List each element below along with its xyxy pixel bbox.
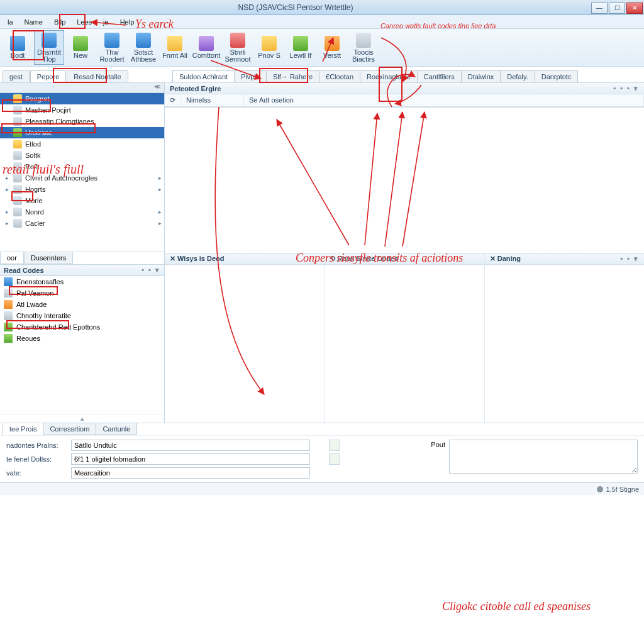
- section-menu-icon[interactable]: • • • ▾: [613, 84, 639, 92]
- minimize-button[interactable]: —: [591, 3, 608, 14]
- tree-node-morie[interactable]: Morie: [0, 195, 164, 206]
- form-input-2[interactable]: [71, 453, 310, 465]
- tree-label: Clvnit of Autctnocrogles: [25, 174, 97, 182]
- grid-col-2[interactable]: Se Adt osetion: [244, 94, 644, 106]
- code-item-chnothy-interatite[interactable]: Chnothy Interatite: [0, 310, 164, 321]
- code-item-atl-lwade[interactable]: Atl Lwade: [0, 299, 164, 310]
- tree-node-mashen-pocjirt[interactable]: Mashen Pocjirt: [0, 104, 164, 116]
- menu-name[interactable]: Name: [19, 17, 48, 27]
- expand-icon[interactable]: ▸: [4, 175, 10, 181]
- code-item-enenstonsafles[interactable]: Enenstonsafles: [0, 276, 164, 287]
- bottom-panels: ✕ Wisys is Deod ⟲ Read Sinite Codes ✕ Da…: [165, 253, 644, 423]
- tree-node-cacler[interactable]: ▸Cacler▸: [0, 218, 164, 229]
- tree-label: Mashen Pocjirt: [25, 106, 71, 114]
- tree-node-nonrd[interactable]: ▸Nonrd▸: [0, 206, 164, 218]
- tree-icon: [13, 219, 22, 228]
- toolbar: BodtDnsrntit TlopNewThw RoodertSotsct At…: [0, 29, 644, 67]
- tree-node-paogret[interactable]: Paogret: [0, 93, 164, 104]
- tree-node-etlod[interactable]: Etlod: [0, 138, 164, 150]
- code-item-reoues[interactable]: Reoues: [0, 333, 164, 344]
- toolbar-sotsct-athbese[interactable]: Sotsct Athbese: [128, 30, 158, 65]
- content-tab-defaly-[interactable]: Defaly.: [500, 70, 535, 82]
- content-tab-suldon-achlrant[interactable]: Suldon Achlrant: [172, 70, 235, 82]
- left-tab-pepore[interactable]: Pepore: [30, 70, 66, 82]
- content-tab-danrptotc[interactable]: Danrptotc: [535, 70, 579, 82]
- tree-node-clvnit-of-autctnocrogles[interactable]: ▸Clvnit of Autctnocrogles▸: [0, 172, 164, 184]
- toolbar-label: Verstt: [323, 52, 341, 59]
- panel1-body[interactable]: [165, 265, 324, 423]
- tree-node-unsirsae[interactable]: Unsirsae: [0, 127, 164, 138]
- toolbar-lewtl-if[interactable]: Lewtl If: [286, 30, 316, 65]
- anno-text-5: Cligokc citoble call ed speanises: [442, 600, 591, 613]
- content-tab-roexinaglagle[interactable]: Roexinaglagle: [360, 70, 418, 82]
- tree-label: Hogrts: [25, 186, 45, 193]
- toolbar-pnov-s[interactable]: Pnov S: [254, 30, 284, 65]
- tree-icon: [13, 117, 22, 126]
- maximize-button[interactable]: ☐: [609, 3, 625, 14]
- expand-icon[interactable]: ▸: [4, 220, 10, 226]
- content-tab--clootan[interactable]: €Clootan: [319, 70, 360, 82]
- menu-bilp[interactable]: Bilp: [49, 17, 70, 27]
- menu-la[interactable]: la: [3, 17, 18, 27]
- panel3-menu-icon[interactable]: • • ▾: [620, 255, 639, 263]
- submenu-arrow-icon: ▸: [158, 220, 162, 226]
- toolbar-stnrli-sennoot[interactable]: Stnrli Sennoot: [223, 30, 253, 65]
- close-button[interactable]: ✕: [626, 3, 643, 14]
- tree-node-reis[interactable]: Reis: [0, 161, 164, 172]
- panel-read-codes: ⟲ Read Sinite Codes: [325, 253, 484, 423]
- bottom-tab-tee-prois[interactable]: tee Prois: [3, 423, 43, 435]
- code-label: Charitderehd Red Epottons: [16, 323, 100, 331]
- toolbar-dnsrntit-tlop[interactable]: Dnsrntit Tlop: [34, 30, 64, 65]
- toolbar-thw-roodert[interactable]: Thw Roodert: [97, 30, 127, 65]
- menu-lees[interactable]: Lees: [72, 17, 97, 27]
- toolbar-verstt[interactable]: Verstt: [317, 30, 347, 65]
- side-tab-dusennters[interactable]: Dusennters: [24, 252, 73, 264]
- tree-collapse-toggle[interactable]: ≪: [0, 83, 164, 93]
- form-textarea[interactable]: [449, 440, 638, 474]
- expand-icon[interactable]: ▸: [4, 209, 10, 215]
- form-input-1[interactable]: [71, 440, 310, 451]
- left-tab-resad-nootalle[interactable]: Resad Nootalle: [67, 70, 128, 82]
- code-item-pal-veamon[interactable]: Pal Veamon: [0, 287, 164, 299]
- toolbar-comttont[interactable]: Comttont: [191, 30, 221, 65]
- toolbar-toocis-biactirs[interactable]: Toocis Biactirs: [348, 30, 379, 65]
- sidebar-scrollbar[interactable]: ▴: [0, 414, 164, 423]
- bottom-tab-corressrtiom[interactable]: Corressrtiom: [43, 423, 96, 435]
- toolbar-fnmt-all[interactable]: Fnmt All: [160, 30, 190, 65]
- toolbar-icon: [167, 36, 182, 51]
- toolbar-bodt[interactable]: Bodt: [3, 30, 33, 65]
- panel2-body[interactable]: [325, 265, 484, 423]
- content-tab-cantlfilers[interactable]: Cantlfilers: [417, 70, 462, 82]
- menu-je[interactable]: je: [98, 17, 114, 27]
- form-mini-icon-1[interactable]: [329, 440, 340, 451]
- toolbar-label: Stnrli Sennoot: [224, 49, 252, 63]
- bottom-tab-cantunle[interactable]: Cantunle: [96, 423, 137, 435]
- toolbar-label: Toocis Biactirs: [350, 49, 377, 63]
- tree-node-pleasatip-clomgtianes[interactable]: Pleasatip Clomgtianes: [0, 116, 164, 127]
- form-mini-icon-2[interactable]: [329, 453, 340, 465]
- content-tab-pivple[interactable]: Pivple: [234, 70, 267, 82]
- grid-col-1[interactable]: Nimelss: [181, 94, 244, 106]
- code-item-charitderehd-red-epottons[interactable]: Charitderehd Red Epottons: [0, 321, 164, 333]
- left-tabs: gestPeporeResad Nootalle: [0, 70, 164, 82]
- tree-node-hogrts[interactable]: ▸Hogrts▸: [0, 184, 164, 195]
- grid-body[interactable]: [165, 108, 644, 253]
- panel3-title: ✕ Daning: [490, 255, 521, 263]
- content-tab-slf-rahere[interactable]: Slf→ Rahere: [266, 70, 319, 82]
- toolbar-icon: [262, 36, 277, 51]
- grid-col-icon[interactable]: ⟳: [165, 94, 181, 106]
- tree-icon: [13, 174, 22, 182]
- tree-node-soltk[interactable]: Soltk: [0, 150, 164, 161]
- left-tab-gest[interactable]: gest: [3, 70, 30, 82]
- side-tab-oor[interactable]: oor: [0, 252, 24, 264]
- code-icon: [4, 311, 13, 320]
- read-codes-menu-icon[interactable]: • • ▾: [142, 266, 160, 274]
- form-input-3[interactable]: [71, 467, 310, 479]
- toolbar-new[interactable]: New: [65, 30, 96, 65]
- panel3-body[interactable]: [485, 265, 644, 423]
- toolbar-icon: [136, 33, 151, 48]
- submenu-arrow-icon: ▸: [158, 186, 162, 192]
- expand-icon[interactable]: ▸: [4, 186, 10, 192]
- menu-help[interactable]: Help: [115, 17, 140, 27]
- content-tab-dtaiwinx[interactable]: Dtaiwinx: [461, 70, 501, 82]
